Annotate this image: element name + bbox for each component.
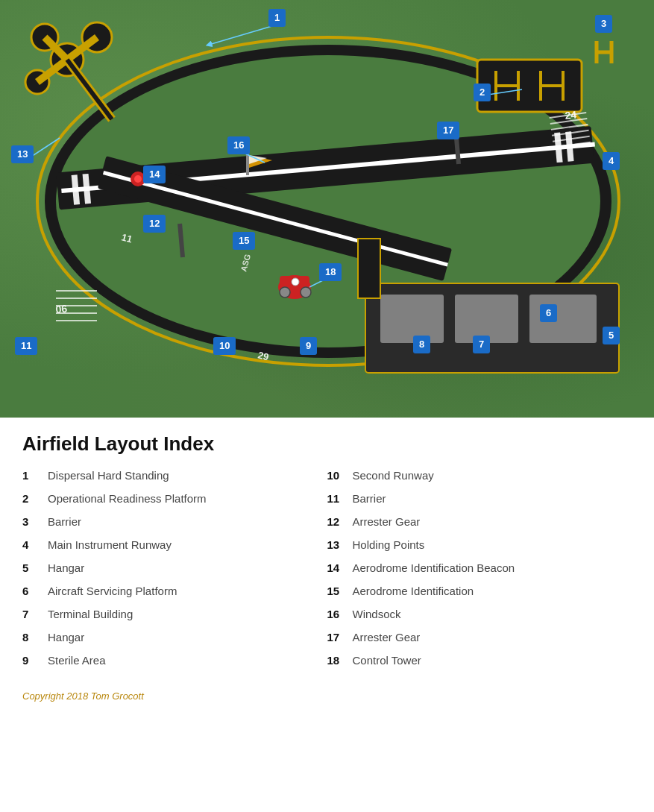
index-item-description: Operational Readiness Platform xyxy=(48,492,207,505)
map-label-17: 17 xyxy=(437,122,459,139)
index-item: 12 Arrester Gear xyxy=(327,515,632,528)
index-left-column: 1 Dispersal Hard Standing 2 Operational … xyxy=(22,469,327,677)
svg-rect-46 xyxy=(358,239,380,298)
index-item-description: Arrester Gear xyxy=(353,631,421,643)
index-item-description: Aerodrome Identification xyxy=(353,585,474,597)
index-item-description: Arrester Gear xyxy=(353,515,421,528)
map-label-4: 4 xyxy=(603,152,620,170)
index-item: 2 Operational Readiness Platform xyxy=(22,492,327,505)
index-item: 13 Holding Points xyxy=(327,538,632,551)
map-label-18: 18 xyxy=(319,263,342,281)
index-item-number: 10 xyxy=(327,469,344,482)
svg-rect-47 xyxy=(246,153,249,175)
index-item: 17 Arrester Gear xyxy=(327,631,632,643)
map-label-8: 8 xyxy=(413,336,430,353)
svg-text:24: 24 xyxy=(565,109,577,122)
map-label-5: 5 xyxy=(603,327,620,344)
map-label-13: 13 xyxy=(11,145,34,163)
index-item-number: 14 xyxy=(327,561,344,574)
index-item-number: 5 xyxy=(22,561,39,574)
map-label-9: 9 xyxy=(300,337,317,355)
map-label-7: 7 xyxy=(473,336,490,353)
index-right-column: 10 Second Runway 11 Barrier 12 Arrester … xyxy=(327,469,632,677)
map-container: ASG 24 06 29 11 1 2 3 xyxy=(0,0,654,418)
index-item-number: 11 xyxy=(327,492,344,505)
copyright-text: Copyright 2018 Tom Grocott xyxy=(0,684,654,714)
airfield-svg: ASG 24 06 29 11 xyxy=(0,0,654,418)
index-item-description: Second Runway xyxy=(353,469,434,482)
index-item-description: Main Instrument Runway xyxy=(48,538,172,551)
index-item: 18 Control Tower xyxy=(327,654,632,667)
index-title: Airfield Layout Index xyxy=(22,432,632,456)
index-columns: 1 Dispersal Hard Standing 2 Operational … xyxy=(22,469,632,677)
index-item: 10 Second Runway xyxy=(327,469,632,482)
svg-line-20 xyxy=(67,60,112,119)
index-item-number: 8 xyxy=(22,631,39,643)
index-item-number: 15 xyxy=(327,585,344,597)
index-item-description: Barrier xyxy=(48,515,81,528)
index-item: 5 Hangar xyxy=(22,561,327,574)
index-item-description: Aerodrome Identification Beacon xyxy=(353,561,515,574)
index-item: 11 Barrier xyxy=(327,492,632,505)
index-item-number: 4 xyxy=(22,538,39,551)
index-item: 4 Main Instrument Runway xyxy=(22,538,327,551)
index-item-number: 6 xyxy=(22,585,39,597)
index-item: 14 Aerodrome Identification Beacon xyxy=(327,561,632,574)
map-label-1: 1 xyxy=(268,9,286,27)
map-label-16: 16 xyxy=(227,136,250,154)
index-item-description: Terminal Building xyxy=(48,608,133,620)
index-item-number: 1 xyxy=(22,469,39,482)
index-item: 3 Barrier xyxy=(22,515,327,528)
index-item-number: 17 xyxy=(327,631,344,643)
index-item-description: Control Tower xyxy=(353,654,421,667)
svg-point-56 xyxy=(301,287,311,298)
index-item: 1 Dispersal Hard Standing xyxy=(22,469,327,482)
index-item-number: 13 xyxy=(327,538,344,551)
index-item-number: 7 xyxy=(22,608,39,620)
index-item-description: Dispersal Hard Standing xyxy=(48,469,169,482)
map-label-10: 10 xyxy=(213,337,236,355)
map-label-15: 15 xyxy=(233,232,255,250)
index-item-number: 3 xyxy=(22,515,39,528)
index-item-number: 2 xyxy=(22,492,39,505)
index-item: 6 Aircraft Servicing Platform xyxy=(22,585,327,597)
map-label-3: 3 xyxy=(595,15,612,33)
index-item: 8 Hangar xyxy=(22,631,327,643)
map-label-6: 6 xyxy=(540,304,557,322)
index-item-description: Barrier xyxy=(353,492,386,505)
index-item-number: 16 xyxy=(327,608,344,620)
index-item-description: Windsock xyxy=(353,608,401,620)
svg-point-55 xyxy=(280,287,290,298)
svg-point-59 xyxy=(134,175,142,183)
map-label-2: 2 xyxy=(474,84,491,101)
index-item: 7 Terminal Building xyxy=(22,608,327,620)
index-section: Airfield Layout Index 1 Dispersal Hard S… xyxy=(0,418,654,684)
map-label-11: 11 xyxy=(15,337,37,355)
index-item-description: Holding Points xyxy=(353,538,425,551)
svg-text:06: 06 xyxy=(55,303,68,315)
index-item: 9 Sterile Area xyxy=(22,654,327,667)
svg-line-66 xyxy=(31,138,60,157)
index-item-description: Sterile Area xyxy=(48,654,106,667)
index-item-description: Hangar xyxy=(48,631,84,643)
index-item-number: 9 xyxy=(22,654,39,667)
map-label-12: 12 xyxy=(143,215,166,233)
index-item-description: Aircraft Servicing Platform xyxy=(48,585,177,597)
svg-rect-21 xyxy=(477,60,582,112)
index-item-number: 18 xyxy=(327,654,344,667)
map-label-14: 14 xyxy=(143,166,166,183)
svg-rect-43 xyxy=(380,295,444,343)
index-item: 15 Aerodrome Identification xyxy=(327,585,632,597)
index-item: 16 Windsock xyxy=(327,608,632,620)
svg-point-57 xyxy=(292,278,299,286)
index-item-description: Hangar xyxy=(48,561,84,574)
index-item-number: 12 xyxy=(327,515,344,528)
